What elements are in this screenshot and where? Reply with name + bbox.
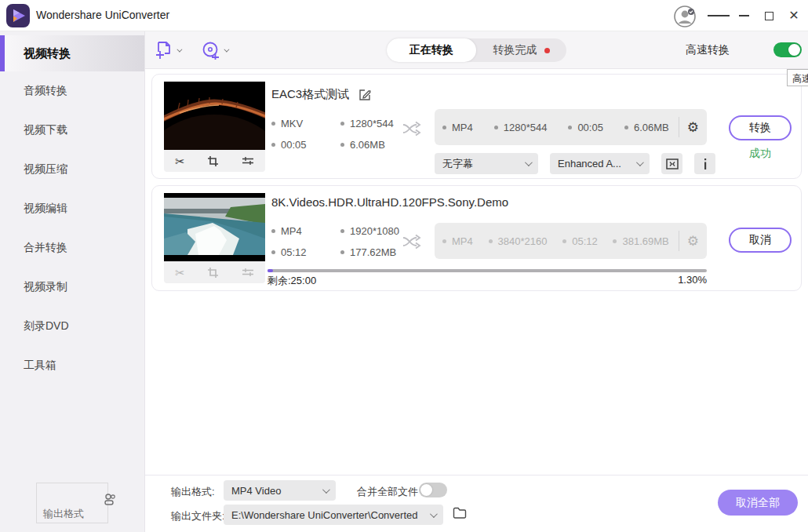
footer-bar: 输出格式: MP4 Video 合并全部文件 输出文件夹: E:\Wonders…	[145, 475, 808, 532]
video-thumbnail-block: ✂	[164, 82, 265, 172]
sidebar-item-screen-record[interactable]: 视频录制	[0, 268, 144, 307]
tab-finished[interactable]: 转换完成	[476, 38, 566, 62]
task-title: EAC3格式测试	[271, 87, 349, 102]
thumbnail-toolbar: ✂	[164, 261, 265, 283]
sidebar-item-video-convert[interactable]: 视频转换	[0, 35, 144, 71]
divider	[679, 117, 679, 137]
sidebar-item-toolbox[interactable]: 工具箱	[0, 346, 144, 385]
divider	[679, 231, 679, 251]
ghost-label: 输出格式	[43, 507, 84, 521]
output-format-select[interactable]: MP4 Video	[224, 480, 336, 501]
sidebar-item-burn-dvd[interactable]: 刻录DVD	[0, 307, 144, 346]
output-settings-gear-icon: ⚙	[687, 235, 699, 248]
source-format: MKV	[271, 118, 340, 129]
output-info-box: MP4 3840*2160 05:12 381.69MB ⚙	[435, 223, 707, 259]
add-disc-icon	[202, 41, 220, 60]
task-title-row: EAC3格式测试	[271, 87, 371, 102]
add-file-icon	[155, 41, 173, 60]
effects-tune-icon[interactable]	[242, 155, 254, 166]
output-resolution: 1280*544	[494, 122, 548, 133]
crop-icon[interactable]	[207, 155, 219, 167]
notification-dot	[544, 48, 550, 53]
rename-edit-icon[interactable]	[359, 89, 371, 101]
menu-icon[interactable]	[708, 5, 730, 27]
source-duration: 00:05	[271, 139, 340, 151]
audio-track-select[interactable]: Enhanced A...	[550, 153, 650, 174]
chevron-down-icon	[177, 46, 182, 52]
time-remaining: 剩余:25:00	[268, 274, 316, 288]
highspeed-toggle[interactable]	[773, 42, 802, 57]
subtitle-select[interactable]: 无字幕	[435, 153, 538, 174]
task-progress-fill	[268, 269, 273, 272]
output-info: MP4 1280*544 00:05 6.06MB	[442, 122, 679, 133]
highspeed-label: 高速转换	[686, 43, 730, 57]
output-folder-select[interactable]: E:\Wondershare UniConverter\Converted	[224, 505, 443, 525]
convert-arrows-icon	[402, 233, 422, 250]
account-avatar[interactable]	[673, 5, 697, 28]
tab-converting[interactable]: 正在转换	[387, 38, 476, 62]
output-format-value: MP4 Video	[231, 485, 281, 497]
output-resolution: 3840*2160	[489, 235, 548, 247]
output-size: 6.06MB	[624, 122, 669, 133]
output-format-ghost: 输出格式	[36, 483, 108, 523]
chevron-down-icon	[430, 510, 438, 518]
sidebar-item-video-compress[interactable]: 视频压缩	[0, 150, 144, 189]
task-title: 8K.Videos.HDR.UltraHD.120FPS.Sony.Demo	[271, 195, 508, 209]
chevron-down-icon	[525, 159, 533, 166]
output-size: 381.69MB	[613, 235, 668, 247]
cancel-all-button[interactable]: 取消全部	[718, 490, 798, 516]
effects-tune-icon	[242, 267, 254, 278]
audio-select-value: Enhanced A...	[558, 158, 621, 169]
chevron-down-icon	[322, 486, 330, 494]
output-format: MP4	[442, 122, 473, 133]
merge-toggle[interactable]	[419, 483, 447, 497]
highspeed-tooltip: 高速转换	[787, 69, 808, 86]
convert-button[interactable]: 转换	[729, 115, 792, 140]
trim-scissors-icon[interactable]: ✂	[175, 155, 185, 167]
tab-bar: 正在转换 转换完成	[387, 38, 566, 62]
output-folder-value: E:\Wondershare UniConverter\Converted	[231, 509, 418, 521]
open-folder-button[interactable]	[453, 507, 467, 522]
sidebar-item-label: 视频录制	[24, 280, 67, 294]
trim-range-icon	[666, 159, 679, 169]
sidebar-item-label: 刻录DVD	[24, 319, 69, 333]
add-file-button[interactable]	[155, 41, 180, 60]
convert-arrows-icon	[402, 120, 422, 137]
output-duration: 00:05	[568, 122, 603, 133]
task-controls: 无字幕 Enhanced A...	[435, 153, 715, 174]
cancel-button[interactable]: 取消	[729, 228, 792, 253]
sidebar: 视频转换 音频转换 视频下载 视频压缩 视频编辑 合并转换 视频录制 刻录DVD…	[0, 31, 145, 532]
sidebar-item-audio-convert[interactable]: 音频转换	[0, 71, 144, 111]
output-info-box: MP4 1280*544 00:05 6.06MB ⚙	[435, 109, 707, 145]
minimize-button[interactable]	[733, 5, 755, 27]
output-format: MP4	[442, 235, 473, 247]
sidebar-item-label: 工具箱	[24, 359, 56, 373]
task-list: ✂ EAC3格式测试 MKV 1280*544	[145, 69, 808, 475]
close-button[interactable]: ✕	[783, 5, 805, 27]
person-icon	[103, 493, 117, 507]
trim-range-button[interactable]	[661, 153, 682, 174]
output-folder-label: 输出文件夹:	[171, 509, 225, 523]
subtitle-select-value: 无字幕	[442, 157, 473, 171]
maximize-button[interactable]	[758, 5, 780, 27]
progress-labels: 剩余:25:00 1.30%	[268, 274, 707, 288]
sidebar-item-video-download[interactable]: 视频下载	[0, 111, 144, 150]
sidebar-item-video-edit[interactable]: 视频编辑	[0, 189, 144, 228]
sidebar-item-label: 音频转换	[24, 84, 67, 98]
video-thumbnail-block: ✂	[164, 193, 265, 283]
source-size: 6.06MB	[340, 139, 435, 151]
tab-label: 正在转换	[409, 43, 453, 57]
sidebar-item-merge-convert[interactable]: 合并转换	[0, 228, 144, 268]
progress-percent: 1.30%	[678, 274, 707, 288]
task-title-row: 8K.Videos.HDR.UltraHD.120FPS.Sony.Demo	[271, 195, 508, 209]
output-duration: 05:12	[562, 235, 598, 247]
output-info: MP4 3840*2160 05:12 381.69MB	[442, 235, 679, 247]
info-button[interactable]	[694, 153, 715, 174]
chevron-down-icon	[224, 46, 229, 52]
toggle-knob	[788, 44, 800, 56]
output-settings-gear-icon[interactable]: ⚙	[687, 121, 699, 134]
app-title: Wondershare UniConverter	[36, 9, 169, 21]
sidebar-item-label: 视频编辑	[24, 202, 67, 216]
add-disc-button[interactable]	[202, 41, 227, 60]
content-header: 正在转换 转换完成 高速转换	[145, 31, 808, 69]
